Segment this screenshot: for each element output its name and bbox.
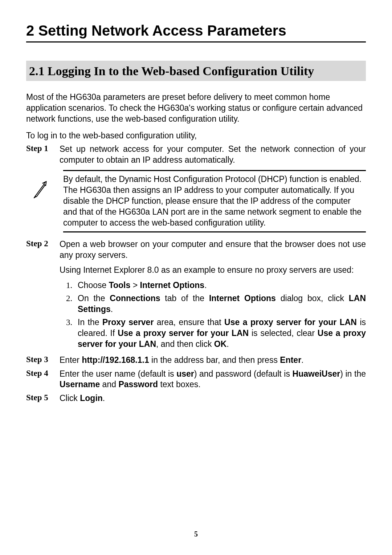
step-2-p1: Open a web browser on your computer and … bbox=[60, 239, 366, 261]
step-2-p2: Using Internet Explorer 8.0 as an exampl… bbox=[60, 265, 366, 276]
section-heading: 2.1 Logging In to the Web-based Configur… bbox=[26, 61, 366, 81]
chapter-number: 2 bbox=[26, 23, 34, 39]
step-1-text: Set up network access for your computer.… bbox=[60, 144, 366, 166]
chapter-rule bbox=[26, 41, 366, 42]
pencil-note-icon bbox=[30, 180, 49, 202]
intro-paragraph: Most of the HG630a parameters are preset… bbox=[26, 92, 366, 125]
step-4: Step 4 Enter the user name (default is u… bbox=[26, 369, 366, 390]
step-3-text: Enter http://192.168.1.1 in the address … bbox=[60, 355, 366, 366]
note-text: By default, the Dynamic Host Configurati… bbox=[63, 170, 366, 232]
sub-item-3: In the Proxy server area, ensure that Us… bbox=[60, 317, 366, 350]
note-block: By default, the Dynamic Host Configurati… bbox=[26, 170, 366, 232]
sub-item-2: On the Connections tab of the Internet O… bbox=[60, 293, 366, 315]
step-4-text: Enter the user name (default is user) an… bbox=[60, 369, 366, 390]
step-3: Step 3 Enter http://192.168.1.1 in the a… bbox=[26, 355, 366, 366]
step-3-label: Step 3 bbox=[26, 355, 60, 366]
note-icon-column bbox=[26, 170, 63, 202]
step-5: Step 5 Click Login. bbox=[26, 393, 366, 404]
step-5-text: Click Login. bbox=[60, 393, 366, 404]
document-page: 2 Setting Network Access Parameters 2.1 … bbox=[0, 0, 392, 555]
step-4-label: Step 4 bbox=[26, 369, 60, 390]
step-list: Step 1 Set up network access for your co… bbox=[26, 144, 366, 404]
chapter-title-text: Setting Network Access Parameters bbox=[38, 23, 286, 39]
step-2: Step 2 Open a web browser on your comput… bbox=[26, 239, 366, 352]
chapter-title: 2 Setting Network Access Parameters bbox=[26, 22, 366, 39]
step-2-label: Step 2 bbox=[26, 239, 60, 352]
sub-item-1: Choose Tools > Internet Options. bbox=[60, 280, 366, 291]
page-number: 5 bbox=[0, 530, 392, 538]
section-title: Logging In to the Web-based Configuratio… bbox=[48, 64, 314, 78]
lead-in: To log in to the web-based configuration… bbox=[26, 130, 366, 141]
section-number: 2.1 bbox=[29, 64, 45, 78]
step-2-content: Open a web browser on your computer and … bbox=[60, 239, 366, 352]
step-1-label: Step 1 bbox=[26, 144, 60, 166]
step-1: Step 1 Set up network access for your co… bbox=[26, 144, 366, 166]
step-5-label: Step 5 bbox=[26, 393, 60, 404]
step-2-sublist: Choose Tools > Internet Options. On the … bbox=[60, 280, 366, 349]
